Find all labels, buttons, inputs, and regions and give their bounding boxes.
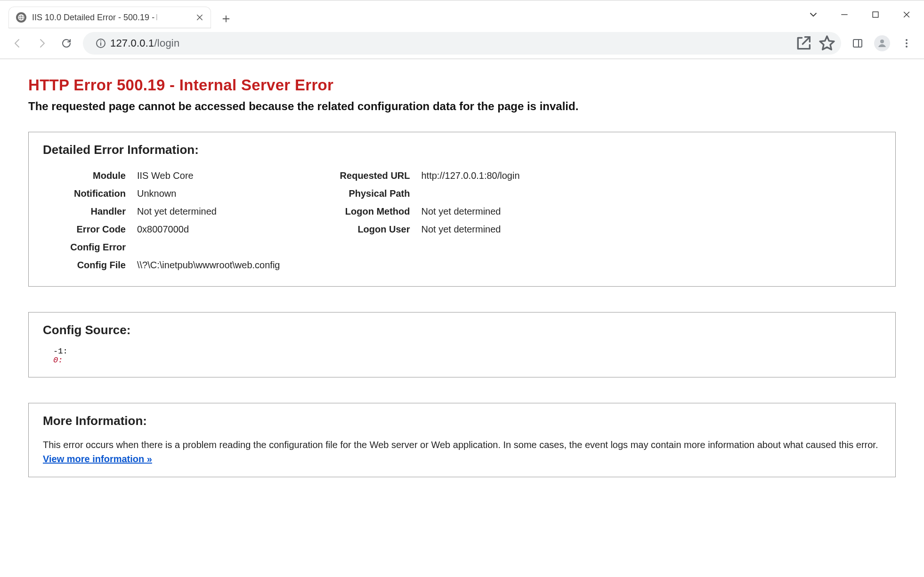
tab-title: IIS 10.0 Detailed Error - 500.19 -I bbox=[32, 13, 194, 23]
more-info-title: More Information: bbox=[43, 414, 881, 428]
tab-search-button[interactable] bbox=[799, 2, 828, 27]
address-bar[interactable]: 127.0.0.1/login bbox=[83, 32, 841, 55]
detail-row: NotificationUnknown bbox=[43, 184, 280, 202]
window-controls bbox=[799, 0, 924, 28]
detail-row: Logon UserNot yet determined bbox=[318, 220, 520, 238]
error-heading: HTTP Error 500.19 - Internal Server Erro… bbox=[28, 76, 896, 94]
config-source-line: 0: bbox=[53, 356, 881, 365]
svg-rect-3 bbox=[100, 40, 101, 41]
window-minimize-button[interactable] bbox=[830, 2, 859, 27]
svg-point-8 bbox=[906, 46, 908, 48]
detail-row: Config Error bbox=[43, 238, 280, 256]
site-info-icon[interactable] bbox=[91, 38, 110, 49]
svg-point-5 bbox=[880, 40, 884, 43]
nav-forward-button[interactable] bbox=[30, 32, 54, 55]
nav-back-button[interactable] bbox=[6, 32, 29, 55]
share-icon[interactable] bbox=[794, 34, 813, 53]
detail-row: Config File\\?\C:\inetpub\wwwroot\web.co… bbox=[43, 256, 280, 274]
svg-point-6 bbox=[906, 39, 908, 41]
detail-col-right: Requested URLhttp://127.0.0.1:80/login P… bbox=[318, 167, 520, 274]
config-source-line: -1: bbox=[53, 347, 881, 356]
svg-rect-0 bbox=[873, 12, 878, 17]
svg-point-7 bbox=[906, 42, 908, 44]
detail-row: Requested URLhttp://127.0.0.1:80/login bbox=[318, 167, 520, 184]
window-maximize-button[interactable] bbox=[861, 2, 890, 27]
browser-toolbar: 127.0.0.1/login bbox=[0, 28, 924, 59]
more-info-text: This error occurs when there is a proble… bbox=[43, 438, 881, 452]
bookmark-star-icon[interactable] bbox=[818, 34, 836, 53]
detail-col-left: ModuleIIS Web Core NotificationUnknown H… bbox=[43, 167, 280, 274]
error-subheading: The requested page cannot be accessed be… bbox=[28, 100, 896, 113]
new-tab-button[interactable] bbox=[217, 9, 235, 28]
tab-strip: IIS 10.0 Detailed Error - 500.19 -I bbox=[0, 0, 799, 28]
profile-avatar-button[interactable] bbox=[870, 32, 894, 55]
detailed-error-panel: Detailed Error Information: ModuleIIS We… bbox=[28, 132, 896, 287]
detail-row: HandlerNot yet determined bbox=[43, 202, 280, 220]
browser-tab[interactable]: IIS 10.0 Detailed Error - 500.19 -I bbox=[8, 7, 211, 28]
config-source-panel: Config Source: -1: 0: bbox=[28, 312, 896, 377]
side-panel-button[interactable] bbox=[846, 32, 869, 55]
detail-row: Physical Path bbox=[318, 184, 520, 202]
address-bar-text: 127.0.0.1/login bbox=[110, 37, 794, 49]
svg-rect-4 bbox=[853, 40, 862, 47]
detail-row: ModuleIIS Web Core bbox=[43, 167, 280, 184]
kebab-menu-button[interactable] bbox=[895, 32, 918, 55]
detail-row: Error Code0x8007000d bbox=[43, 220, 280, 238]
view-more-link[interactable]: View more information » bbox=[43, 454, 152, 464]
window-titlebar: IIS 10.0 Detailed Error - 500.19 -I bbox=[0, 0, 924, 28]
nav-reload-button[interactable] bbox=[55, 32, 78, 55]
svg-rect-2 bbox=[100, 42, 101, 46]
detail-row: Logon MethodNot yet determined bbox=[318, 202, 520, 220]
avatar-icon bbox=[874, 35, 890, 51]
page-content: HTTP Error 500.19 - Internal Server Erro… bbox=[0, 59, 924, 496]
window-close-button[interactable] bbox=[892, 2, 921, 27]
globe-icon bbox=[16, 12, 26, 23]
more-info-panel: More Information: This error occurs when… bbox=[28, 403, 896, 477]
detailed-error-title: Detailed Error Information: bbox=[43, 143, 881, 157]
config-source-title: Config Source: bbox=[43, 323, 881, 337]
close-tab-icon[interactable] bbox=[194, 12, 205, 23]
